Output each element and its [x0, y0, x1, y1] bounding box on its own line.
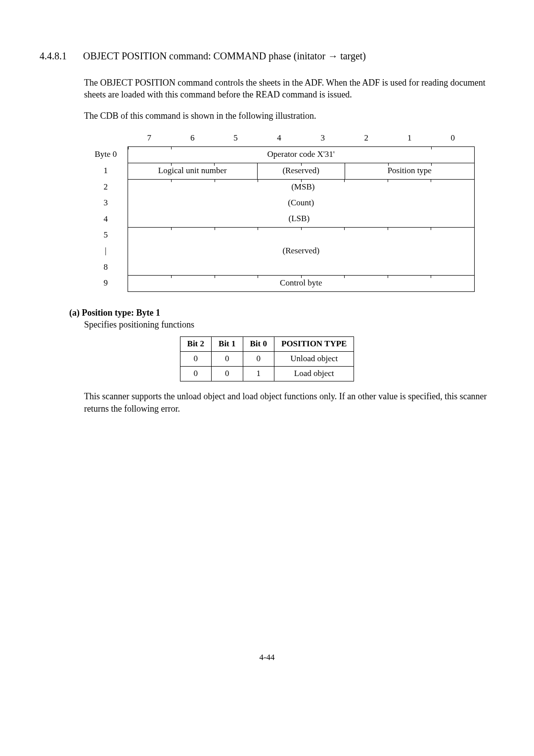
bit-3: 3 [301, 131, 345, 147]
table-row: 5 [84, 227, 475, 243]
byte-label: 1 [84, 163, 128, 179]
byte-label: 9 [84, 275, 128, 291]
cdb-table: 7 6 5 4 3 2 1 0 Byte 0 Operator code X'3… [84, 131, 494, 292]
bit-5: 5 [214, 131, 257, 147]
msb-label: (MSB) [128, 179, 474, 195]
bit-2: 2 [345, 131, 388, 147]
bit-header-row: 7 6 5 4 3 2 1 0 [84, 131, 475, 147]
operator-code: Operator code X'31' [171, 146, 431, 163]
table-row: 9 Control byte [84, 275, 475, 291]
title-part-a: OBJECT POSITION command: COMMAND phase (… [83, 50, 328, 61]
subsection-desc: Specifies positioning functions [84, 319, 494, 331]
col-bit2: Bit 2 [180, 337, 211, 352]
reserved-row-bottom [128, 259, 474, 276]
reserved-row-top [128, 227, 474, 243]
cell: 0 [180, 367, 211, 381]
table-row: Byte 0 Operator code X'31' [84, 146, 475, 163]
byte-label: 8 [84, 259, 128, 276]
subsection-heading: (a) Position type: Byte 1 [69, 307, 494, 319]
cell: Load object [274, 367, 354, 381]
lsb-label: (LSB) [128, 211, 474, 228]
byte-label: Byte 0 [84, 146, 128, 163]
table-row: 2 (MSB) [84, 179, 475, 195]
paragraph-3: This scanner supports the unload object … [84, 390, 494, 415]
cell: 0 [243, 352, 274, 367]
vertical-dots-icon: | [84, 243, 128, 259]
byte-label: 5 [84, 227, 128, 243]
col-bit1: Bit 1 [212, 337, 243, 352]
byte-label: 2 [84, 179, 128, 195]
paragraph-2: The CDB of this command is shown in the … [84, 110, 494, 122]
table-row: | (Reserved) [84, 243, 475, 259]
table-row: 3 (Count) [84, 195, 475, 211]
control-byte: Control byte [128, 275, 474, 291]
col-bit0: Bit 0 [243, 337, 274, 352]
section-number: 4.4.8.1 [40, 49, 67, 63]
position-type-field: Position type [345, 163, 474, 179]
bit-1: 1 [388, 131, 431, 147]
title-part-b: target) [338, 50, 366, 61]
cell: 1 [243, 367, 274, 381]
table-row: 0 0 0 Unload object [180, 352, 354, 367]
reserved-2: (Reserved) [128, 243, 474, 259]
bit-6: 6 [171, 131, 214, 147]
section-heading: 4.4.8.1 OBJECT POSITION command: COMMAND… [40, 49, 494, 63]
paragraph-1: The OBJECT POSITION command controls the… [84, 77, 494, 101]
cell: 0 [212, 352, 243, 367]
byte-label: 4 [84, 211, 128, 228]
arrow-icon: → [328, 50, 338, 61]
logical-unit-number: Logical unit number [128, 163, 257, 179]
bit-4: 4 [257, 131, 301, 147]
table-header-row: Bit 2 Bit 1 Bit 0 POSITION TYPE [180, 337, 354, 352]
byte-label: 3 [84, 195, 128, 211]
bit-0: 0 [431, 131, 475, 147]
col-position-type: POSITION TYPE [274, 337, 354, 352]
cell: Unload object [274, 352, 354, 367]
bit-7: 7 [128, 131, 171, 147]
cell: 0 [212, 367, 243, 381]
table-row: 0 0 1 Load object [180, 367, 354, 381]
page-number: 4-44 [40, 652, 494, 663]
table-row: 4 (LSB) [84, 211, 475, 228]
reserved-1: (Reserved) [257, 163, 345, 179]
position-type-table: Bit 2 Bit 1 Bit 0 POSITION TYPE 0 0 0 Un… [180, 336, 355, 381]
cell: 0 [180, 352, 211, 367]
table-row: 1 Logical unit number (Reserved) Positio… [84, 163, 475, 179]
table-row: 8 [84, 259, 475, 276]
count-field: (Count) [128, 195, 474, 211]
